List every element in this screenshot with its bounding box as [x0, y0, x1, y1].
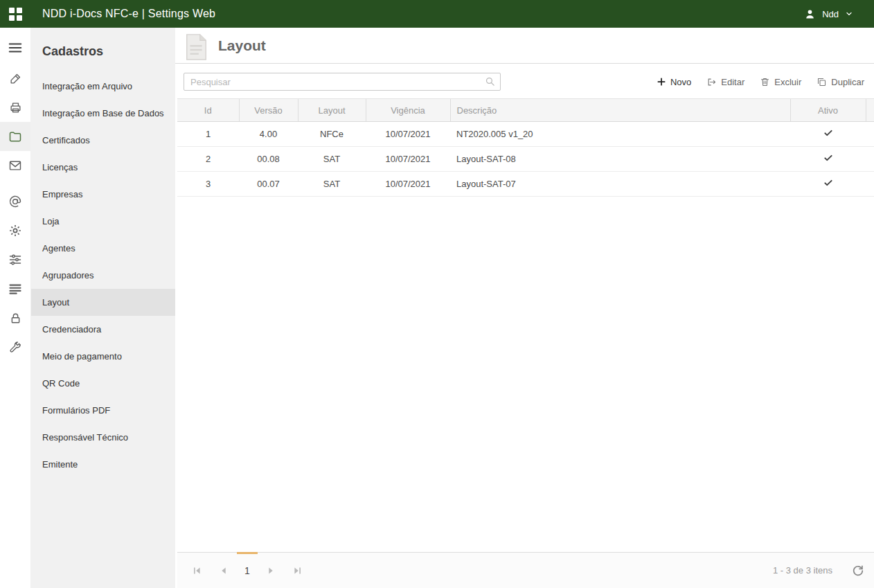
- rail-item-configuracoes[interactable]: [0, 216, 30, 245]
- cell-layout: SAT: [298, 147, 366, 172]
- icon-rail: [0, 28, 31, 588]
- page-header: Layout: [175, 28, 874, 64]
- cell-versao: 4.00: [239, 122, 298, 147]
- check-icon: [823, 128, 833, 138]
- sidebar-title: Cadastros: [31, 44, 175, 73]
- excluir-label: Excluir: [774, 77, 801, 87]
- cell-descricao: Layout-SAT-08: [450, 147, 790, 172]
- column-header-layout[interactable]: Layout: [298, 99, 366, 122]
- sidebar-item-agentes[interactable]: Agentes: [31, 235, 175, 262]
- cell-layout: NFCe: [298, 122, 366, 147]
- check-icon: [823, 178, 833, 188]
- cell-vigencia: 10/07/2021: [366, 122, 450, 147]
- novo-label: Novo: [670, 77, 691, 87]
- document-icon: [184, 31, 210, 60]
- sidebar-item-integracao-em-arquivo[interactable]: Integração em Arquivo: [31, 73, 175, 100]
- search-input[interactable]: [184, 73, 501, 91]
- search-box: [184, 73, 501, 91]
- rail-item-printer[interactable]: [0, 93, 30, 122]
- user-name: Ndd: [822, 9, 839, 19]
- cell-descricao: Layout-SAT-07: [450, 172, 790, 197]
- rail-item-email[interactable]: [0, 187, 30, 216]
- grid-empty-area: [177, 197, 874, 552]
- at-icon: [8, 195, 22, 208]
- search-icon[interactable]: [484, 75, 496, 87]
- duplicate-icon: [817, 77, 827, 87]
- page-number[interactable]: 1: [237, 553, 258, 588]
- table-row[interactable]: 2 00.08 SAT 10/07/2021 Layout-SAT-08: [177, 147, 874, 172]
- trash-icon: [760, 77, 770, 87]
- rail-item-mensagens[interactable]: [0, 151, 30, 180]
- last-page-button[interactable]: [284, 553, 310, 588]
- sidebar-item-responsavel-tecnico[interactable]: Responsável Técnico: [31, 424, 175, 451]
- table-row[interactable]: 1 4.00 NFCe 10/07/2021 NT2020.005 v1_20: [177, 122, 874, 147]
- last-page-icon: [291, 564, 303, 577]
- duplicar-button[interactable]: Duplicar: [817, 77, 864, 87]
- rail-item-filas[interactable]: [0, 274, 30, 303]
- cell-versao: 00.07: [239, 172, 298, 197]
- sidebar-item-certificados[interactable]: Certificados: [31, 127, 175, 154]
- cell-versao: 00.08: [239, 147, 298, 172]
- cell-ativo: [790, 122, 866, 147]
- brush-icon: [9, 72, 22, 85]
- rail-item-brush[interactable]: [0, 64, 30, 93]
- duplicar-label: Duplicar: [831, 77, 864, 87]
- menu-icon: [8, 40, 23, 55]
- chevron-down-icon: [845, 10, 853, 18]
- data-grid: Id Versão Layout Vigência Descrição Ativ…: [177, 98, 874, 588]
- toolbar-actions: Novo Editar Excluir Duplicar: [657, 77, 864, 87]
- folder-icon: [8, 130, 22, 143]
- editar-button[interactable]: Editar: [706, 77, 744, 87]
- pager: 1 1 - 3 de 3 itens: [177, 552, 874, 588]
- sidebar-item-formularios-pdf[interactable]: Formulários PDF: [31, 397, 175, 424]
- cell-ativo: [790, 147, 866, 172]
- apps-grid-icon[interactable]: [0, 8, 31, 21]
- rail-item-ferramentas[interactable]: [0, 332, 30, 362]
- first-page-button[interactable]: [184, 553, 211, 588]
- cell-id: 2: [177, 147, 239, 172]
- excluir-button[interactable]: Excluir: [760, 77, 801, 87]
- next-page-icon: [265, 564, 277, 577]
- column-header-ativo[interactable]: Ativo: [790, 99, 866, 122]
- sidebar-item-credenciadora[interactable]: Credenciadora: [31, 316, 175, 343]
- column-header-id[interactable]: Id: [177, 99, 239, 122]
- editar-label: Editar: [721, 77, 744, 87]
- cell-id: 3: [177, 172, 239, 197]
- user-menu[interactable]: Ndd: [804, 8, 874, 20]
- menu-toggle[interactable]: [0, 32, 30, 64]
- refresh-button[interactable]: [852, 564, 864, 577]
- sidebar-item-licencas[interactable]: Licenças: [31, 154, 175, 181]
- column-header-versao[interactable]: Versão: [239, 99, 298, 122]
- user-icon: [804, 8, 816, 20]
- cell-descricao: NT2020.005 v1_20: [450, 122, 790, 147]
- rail-item-parametros[interactable]: [0, 245, 30, 274]
- rail-item-cadastros[interactable]: [0, 122, 30, 151]
- cell-layout: SAT: [298, 172, 366, 197]
- sidebar-item-integracao-em-base-de-dados[interactable]: Integração em Base de Dados: [31, 100, 175, 127]
- sidebar-item-layout[interactable]: Layout: [31, 289, 175, 316]
- next-page-button[interactable]: [258, 553, 284, 588]
- first-page-icon: [191, 564, 204, 577]
- column-header-vigencia[interactable]: Vigência: [366, 99, 450, 122]
- sidebar: Cadastros Integração em Arquivo Integraç…: [31, 28, 175, 588]
- check-icon: [823, 153, 833, 163]
- lock-icon: [9, 312, 22, 325]
- novo-button[interactable]: Novo: [657, 77, 691, 87]
- cell-vigencia: 10/07/2021: [366, 147, 450, 172]
- prev-page-button[interactable]: [211, 553, 237, 588]
- sidebar-item-empresas[interactable]: Empresas: [31, 181, 175, 208]
- app-title: NDD i-Docs NFC-e | Settings Web: [42, 8, 215, 20]
- sidebar-item-qr-code[interactable]: QR Code: [31, 370, 175, 397]
- column-header-descricao[interactable]: Descrição: [450, 99, 790, 122]
- sidebar-item-meio-de-pagamento[interactable]: Meio de pagamento: [31, 343, 175, 370]
- wrench-icon: [9, 341, 22, 354]
- sidebar-item-agrupadores[interactable]: Agrupadores: [31, 262, 175, 289]
- rail-item-seguranca[interactable]: [0, 303, 30, 332]
- layout-table: Id Versão Layout Vigência Descrição Ativ…: [177, 98, 874, 197]
- pager-info: 1 - 3 de 3 itens: [773, 565, 832, 576]
- cell-vigencia: 10/07/2021: [366, 172, 450, 197]
- sidebar-item-loja[interactable]: Loja: [31, 208, 175, 235]
- sidebar-item-emitente[interactable]: Emitente: [31, 451, 175, 478]
- grid-toolbar: Novo Editar Excluir Duplicar: [175, 64, 874, 98]
- table-row[interactable]: 3 00.07 SAT 10/07/2021 Layout-SAT-07: [177, 172, 874, 197]
